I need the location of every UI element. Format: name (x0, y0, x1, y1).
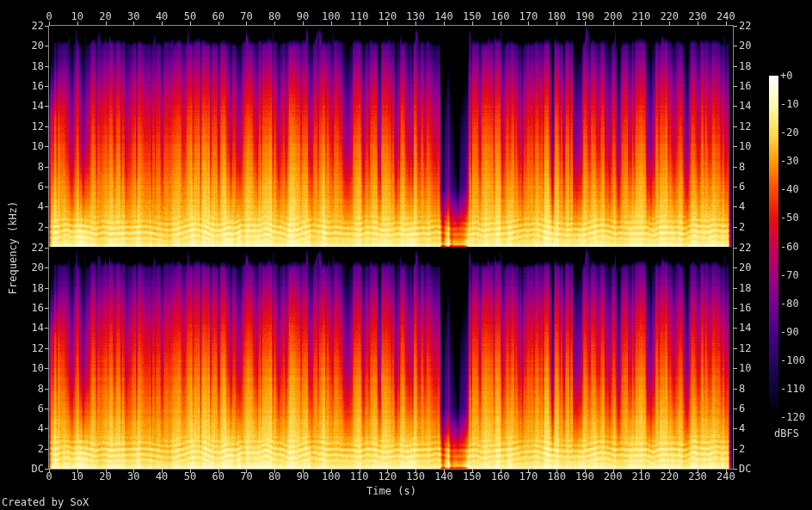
y-axis-title: Frequency (kHz) (7, 201, 19, 294)
time-tick-label-top: 10 (71, 11, 83, 22)
axis-tick-labels-layer: 0010102020303040405050606070708080909010… (0, 0, 812, 510)
freq-tick-label-left: 8 (38, 161, 44, 172)
colorbar-tick-label: -90 (780, 326, 799, 337)
colorbar-unit-label: dBFS (774, 427, 799, 439)
freq-tick-label-right: 4 (739, 423, 745, 434)
time-tick-label-bottom: 200 (604, 471, 623, 482)
colorbar-tick-label: -30 (780, 156, 799, 167)
time-tick-label-top: 150 (463, 11, 482, 22)
time-tick-label-top: 180 (547, 11, 566, 22)
colorbar-tick-label: -40 (780, 184, 799, 195)
freq-tick-label-right: DC (739, 464, 751, 475)
time-tick-label-top: 60 (212, 11, 224, 22)
time-tick-label-bottom: 40 (156, 471, 168, 482)
time-tick-label-bottom: 180 (547, 471, 566, 482)
freq-tick-label-left: 22 (32, 243, 44, 254)
time-tick-label-top: 140 (434, 11, 453, 22)
time-tick-label-top: 70 (240, 11, 252, 22)
freq-tick-label-left: 18 (32, 60, 44, 71)
freq-tick-label-left: 14 (32, 101, 44, 112)
freq-tick-label-right: 4 (739, 201, 745, 212)
time-tick-label-top: 30 (127, 11, 139, 22)
time-tick-label-bottom: 210 (632, 471, 651, 482)
freq-tick-label-left: 2 (38, 443, 44, 454)
freq-tick-label-right: 8 (739, 161, 745, 172)
freq-tick-label-left: 10 (32, 141, 44, 152)
freq-tick-label-left: 16 (32, 303, 44, 314)
freq-tick-label-right: 20 (739, 40, 751, 52)
time-tick-label-top: 160 (491, 11, 510, 22)
colorbar-tick-label: -20 (780, 127, 799, 138)
freq-tick-label-right: 14 (739, 101, 751, 112)
time-tick-label-top: 210 (632, 11, 651, 22)
freq-tick-label-right: 22 (739, 243, 751, 254)
time-tick-label-bottom: 10 (71, 471, 83, 482)
freq-tick-label-right: 16 (739, 303, 751, 314)
time-tick-label-bottom: 60 (212, 471, 224, 482)
time-tick-label-top: 40 (156, 11, 168, 22)
time-tick-label-bottom: 230 (688, 471, 707, 482)
time-tick-label-bottom: 100 (322, 471, 341, 482)
colorbar-tick-label: -100 (780, 354, 805, 366)
time-tick-label-bottom: 80 (268, 471, 280, 482)
time-tick-label-top: 230 (688, 11, 707, 22)
credit-text: Created by SoX (2, 496, 89, 508)
freq-tick-label-left: 22 (32, 21, 44, 32)
freq-tick-label-left: 2 (38, 221, 44, 232)
time-tick-label-top: 50 (184, 11, 196, 22)
colorbar-tick-label: -80 (780, 298, 799, 309)
time-tick-label-top: 80 (268, 11, 280, 22)
time-tick-label-top: 0 (46, 11, 52, 22)
freq-tick-label-left: 14 (32, 323, 44, 334)
colorbar-tick-label: -10 (780, 99, 799, 110)
freq-tick-label-right: 18 (739, 60, 751, 71)
time-tick-label-bottom: 160 (491, 471, 510, 482)
time-tick-label-top: 90 (297, 11, 309, 22)
colorbar-tick-label: -70 (780, 269, 799, 280)
time-tick-label-bottom: 240 (717, 471, 735, 482)
freq-tick-label-right: 14 (739, 323, 751, 334)
freq-tick-label-left: 20 (32, 40, 44, 52)
colorbar-tick-label: +0 (780, 71, 792, 82)
time-tick-label-bottom: 50 (184, 471, 196, 482)
time-tick-label-bottom: 90 (297, 471, 309, 482)
time-tick-label-top: 170 (519, 11, 538, 22)
freq-tick-label-right: 12 (739, 342, 751, 353)
time-tick-label-bottom: 130 (406, 471, 425, 482)
freq-tick-label-right: 18 (739, 282, 751, 293)
freq-tick-label-left: 6 (38, 402, 44, 414)
freq-tick-label-right: 22 (739, 21, 751, 32)
freq-tick-label-left: 6 (38, 181, 44, 192)
time-tick-label-bottom: 120 (378, 471, 397, 482)
freq-tick-label-right: 16 (739, 81, 751, 92)
freq-tick-label-left: 10 (32, 363, 44, 374)
freq-tick-label-right: 20 (739, 262, 751, 273)
time-tick-label-bottom: 20 (99, 471, 111, 482)
x-axis-title: Time (s) (366, 485, 416, 497)
freq-tick-label-left: 16 (32, 81, 44, 92)
freq-tick-label-left: 4 (38, 423, 44, 434)
time-tick-label-top: 120 (378, 11, 397, 22)
colorbar-tick-label: -60 (780, 241, 799, 252)
time-tick-label-top: 20 (99, 11, 111, 22)
colorbar-tick-label: -50 (780, 212, 799, 224)
time-tick-label-top: 200 (604, 11, 623, 22)
freq-tick-label-left: 20 (32, 262, 44, 273)
time-tick-label-top: 130 (406, 11, 425, 22)
freq-tick-label-right: 6 (739, 402, 745, 414)
time-tick-label-top: 220 (660, 11, 679, 22)
freq-tick-label-right: 10 (739, 141, 751, 152)
freq-tick-label-left: 8 (38, 383, 44, 394)
freq-tick-label-right: 10 (739, 363, 751, 374)
sox-spectrogram-figure: 0010102020303040405050606070708080909010… (0, 0, 812, 510)
time-tick-label-bottom: 70 (240, 471, 252, 482)
time-tick-label-bottom: 110 (350, 471, 369, 482)
time-tick-label-top: 240 (717, 11, 735, 22)
colorbar-tick-label: -120 (780, 412, 805, 423)
freq-tick-label-right: 6 (739, 181, 745, 192)
time-tick-label-bottom: 140 (434, 471, 453, 482)
time-tick-label-top: 110 (350, 11, 369, 22)
freq-tick-label-right: 2 (739, 221, 745, 232)
time-tick-label-bottom: 30 (127, 471, 139, 482)
colorbar-tick-label: -110 (780, 383, 805, 394)
